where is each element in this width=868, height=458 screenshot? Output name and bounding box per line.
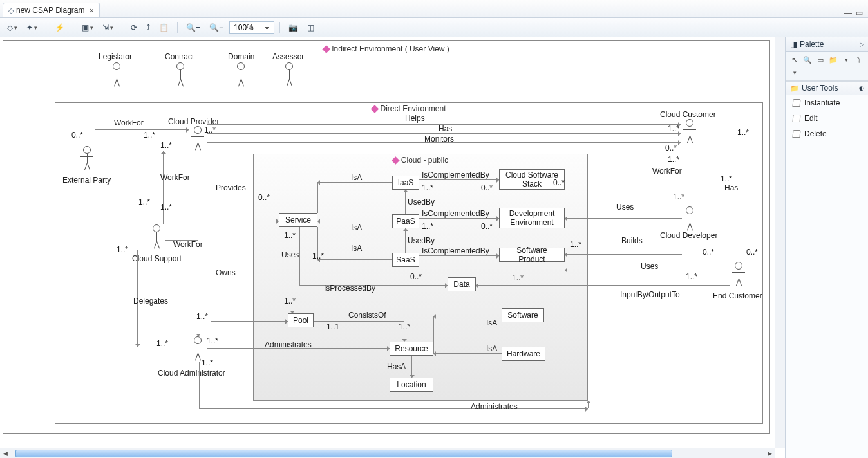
actor-contract[interactable] [171, 62, 189, 88]
line-has [207, 133, 681, 134]
box-devenv[interactable]: Development Environment [499, 208, 565, 228]
zoom-tool[interactable]: 🔍 [802, 54, 813, 66]
tool-icon [792, 99, 800, 107]
box-swprod[interactable]: Software Product [499, 248, 565, 262]
line-owns [211, 321, 288, 322]
editor-tab[interactable]: ◇ new CSAP Diagram ✕ [3, 3, 100, 17]
tool-icon [792, 130, 800, 138]
actor-cloud-customer-label: Cloud Customer [660, 110, 716, 119]
snapshot-button[interactable]: 📷 [285, 21, 301, 34]
diamond-icon [371, 105, 379, 113]
dropdown-icon[interactable]: ▾ [840, 54, 852, 66]
line-builds [565, 254, 682, 255]
note-tool[interactable]: ▭ [815, 54, 826, 66]
palette-icon: ◨ [790, 40, 797, 49]
box-hardware[interactable]: Hardware [502, 347, 545, 361]
actor-cloud-developer[interactable] [681, 206, 699, 232]
line-isa-saas [317, 259, 392, 260]
line-workfor-cs-cp [163, 151, 164, 224]
tab-bar: ◇ new CSAP Diagram ✕ — ▭ [0, 0, 868, 18]
box-data[interactable]: Data [448, 277, 476, 291]
actor-external-party[interactable] [78, 146, 96, 172]
scroll-thumb[interactable] [15, 450, 672, 457]
tool-instantiate[interactable]: Instantiate [786, 95, 868, 111]
scroll-right-icon[interactable]: ▶ [764, 448, 775, 458]
box-service[interactable]: Service [279, 213, 317, 227]
actor-assessor[interactable] [280, 62, 298, 88]
zoom-select[interactable]: 100% [229, 21, 274, 34]
actor-cloud-customer[interactable] [681, 119, 699, 145]
line-inputoutput [476, 285, 730, 286]
pin-button[interactable]: ⇲▾ [99, 21, 117, 34]
connector-style-button[interactable]: ◇▾ [4, 21, 21, 34]
line-admin-cloud [199, 408, 588, 409]
chevron-right-icon[interactable]: ▷ [860, 41, 864, 48]
frame-direct-title: Direct Environment [380, 104, 446, 113]
actor-domain-label: Domain [228, 52, 254, 61]
box-saas[interactable]: SaaS [392, 253, 419, 267]
palette-panel: ◨ Palette ▷ 🔍 ▭ ▾ ⤵ ▾ User Tools ◐ Insta… [786, 37, 868, 458]
line-provides [220, 221, 279, 221]
line-usedby-1 [405, 190, 406, 214]
select-tool[interactable] [789, 54, 800, 66]
actor-cloud-support[interactable] [147, 224, 165, 250]
line-workfor-ep-cp [95, 129, 189, 130]
actor-end-customer[interactable] [730, 262, 748, 288]
actor-cloud-admin-label: Cloud Administrator [158, 369, 225, 378]
line-workfor-ca-cs [198, 240, 198, 336]
actor-assessor-label: Assessor [272, 52, 304, 61]
layout-button[interactable]: ✦▾ [23, 21, 41, 34]
scroll-left-icon[interactable]: ◀ [0, 448, 10, 458]
tool-delete[interactable]: Delete [786, 126, 868, 142]
layers-button[interactable]: ◫ [304, 21, 317, 34]
close-icon[interactable]: ✕ [89, 7, 94, 14]
dropdown-icon-2[interactable]: ▾ [789, 67, 800, 78]
zoom-out-button[interactable]: 🔍− [206, 21, 227, 34]
refresh-button[interactable]: ⟳ [127, 21, 140, 34]
palette-section-header[interactable]: User Tools ◐ [786, 81, 868, 95]
filter-button[interactable]: ▣▾ [79, 21, 97, 34]
diagram-canvas-wrap: Indirect Environment ( User View ) Legis… [0, 37, 786, 458]
actor-cloud-developer-label: Cloud Developer [660, 231, 717, 240]
collapse-icon[interactable]: ◐ [859, 85, 864, 91]
actor-legislator-label: Legislator [99, 52, 132, 61]
diagram-canvas[interactable]: Indirect Environment ( User View ) Legis… [3, 40, 770, 434]
box-resource[interactable]: Resource [390, 342, 433, 356]
line-uses-devenv [565, 218, 682, 219]
line-comp-iaas [419, 179, 499, 180]
import-tool[interactable]: ⤵ [853, 54, 865, 66]
diamond-icon [322, 45, 330, 53]
frame-indirect-title: Indirect Environment ( User View ) [332, 44, 449, 53]
diamond-icon [392, 156, 400, 165]
palette-title: Palette [800, 40, 824, 49]
actor-external-party-label: External Party [62, 176, 111, 185]
tool-edit[interactable]: Edit [786, 111, 868, 126]
actor-legislator[interactable] [108, 62, 126, 88]
zoom-in-button[interactable]: 🔍+ [183, 21, 203, 34]
diagram-icon: ◇ [8, 6, 14, 15]
vertical-scrollbar[interactable] [775, 37, 785, 448]
line-isa-iaas [317, 182, 392, 183]
export-button[interactable]: ⤴ [143, 21, 153, 34]
line-isa-hardware [433, 353, 502, 354]
palette-header[interactable]: ◨ Palette ▷ [786, 37, 868, 52]
tool-icon [792, 114, 800, 122]
box-software[interactable]: Software [502, 308, 544, 322]
line-isa-software [433, 316, 502, 316]
frame-cloud-title: Cloud - public [401, 156, 448, 165]
folder-tool[interactable] [827, 54, 839, 66]
actor-cloud-support-label: Cloud Support [132, 254, 182, 263]
line-hasa [411, 356, 412, 378]
tab-title: new CSAP Diagram [16, 6, 85, 15]
actor-domain[interactable] [232, 62, 250, 88]
toolbar: ◇▾ ✦▾ ⚡ ▣▾ ⇲▾ ⟳ ⤴ 📋 🔍+ 🔍− 100% 📷 ◫ [0, 18, 868, 37]
actor-contract-label: Contract [165, 52, 194, 61]
highlight-button[interactable]: ⚡ [52, 21, 68, 34]
rel-workfor: WorkFor [114, 118, 144, 127]
line-comp-paas [419, 218, 499, 219]
restore-icon[interactable]: ▭ [856, 8, 863, 17]
horizontal-scrollbar[interactable]: ◀ ▶ [0, 448, 775, 458]
paste-button[interactable]: 📋 [156, 21, 172, 34]
palette-section-title: User Tools [802, 84, 838, 93]
minimize-icon[interactable]: — [844, 8, 852, 17]
